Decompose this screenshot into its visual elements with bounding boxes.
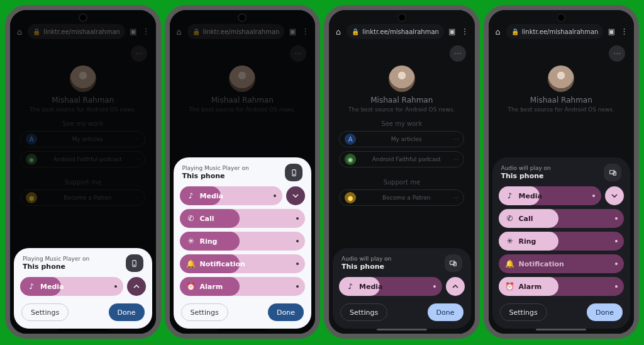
output-device-button[interactable] (445, 254, 462, 272)
url-text: linktr.ee/mishaalrahman (522, 28, 599, 35)
phone-1: ⌂ 🔒linktr.ee/mishaalrahman ▣ ⋮ ⋯ Mishaal… (5, 5, 161, 339)
kebab-icon[interactable]: ⋯ (453, 156, 458, 162)
music-note-icon: ♪ (505, 191, 515, 200)
nav-bar[interactable] (217, 329, 267, 331)
panel-context: Audio will play on (341, 256, 445, 263)
camera-notch (557, 13, 565, 22)
kebab-icon[interactable]: ⋯ (134, 156, 140, 162)
notification-slider[interactable]: 🔔Notification (180, 254, 306, 273)
done-button[interactable]: Done (109, 303, 145, 321)
ring-icon: ✳ (186, 237, 196, 246)
lock-icon: 🔒 (511, 28, 519, 35)
url-text: linktr.ee/mishaalrahman (362, 28, 439, 35)
output-device-button[interactable] (285, 164, 303, 181)
settings-button[interactable]: Settings (181, 303, 228, 321)
output-device-button[interactable] (126, 254, 143, 272)
collapse-button[interactable] (286, 186, 305, 205)
chip-icon: ◉ (345, 154, 356, 165)
ring-slider[interactable]: ✳Ring (180, 232, 306, 251)
media-slider[interactable]: ♪ Media (20, 277, 123, 296)
home-icon[interactable]: ⌂ (334, 26, 343, 37)
output-device-button[interactable] (604, 164, 621, 181)
lock-icon: 🔒 (352, 28, 359, 35)
section-header-support: Support me (64, 179, 101, 186)
link-articles[interactable]: AMy articles⋯ (339, 131, 464, 147)
done-button[interactable]: Done (428, 303, 464, 321)
profile-name: Mishaal Rahman (211, 96, 274, 105)
avatar (229, 65, 255, 92)
settings-button[interactable]: Settings (21, 303, 69, 321)
call-slider[interactable]: ✆Call (499, 209, 625, 228)
music-note-icon: ♪ (186, 191, 196, 200)
address-bar[interactable]: ⌂ 🔒linktr.ee/mishaalrahman ▣ ⋮ (10, 24, 156, 39)
tabs-icon[interactable]: ▣ (448, 27, 457, 36)
panel-header: Audio will play on This phone (339, 254, 465, 272)
expand-button[interactable] (446, 277, 465, 296)
address-bar[interactable]: ⌂ 🔒linktr.ee/mishaalrahman ▣ ⋮ (170, 24, 316, 39)
bell-icon: 🔔 (186, 259, 196, 268)
overflow-icon[interactable]: ⋮ (460, 27, 469, 36)
phone-icon: ✆ (186, 214, 196, 223)
alarm-slider[interactable]: ⏰Alarm (499, 277, 625, 296)
profile-tagline: The best source for Android OS news. (30, 106, 136, 113)
tabs-icon[interactable]: ▣ (607, 27, 616, 36)
link-podcast[interactable]: ◉Android Faithful podcast⋯ (339, 151, 464, 167)
done-button[interactable]: Done (587, 303, 623, 321)
media-slider[interactable]: ♪Media (499, 186, 602, 205)
ring-slider[interactable]: ✳Ring (499, 232, 625, 251)
volume-panel-dark-expanded: Audio will play on This phone ♪Media ✆Ca… (492, 157, 631, 329)
settings-button[interactable]: Settings (340, 303, 387, 321)
chip-icon: ● (26, 192, 37, 203)
page-more-button[interactable]: ⋯ (131, 45, 147, 62)
panel-context: Playing Music Player on (23, 256, 126, 263)
page-more-button[interactable]: ⋯ (450, 45, 466, 62)
alarm-slider[interactable]: ⏰Alarm (180, 277, 306, 296)
volume-panel-light-collapsed: Playing Music Player on This phone ♪ Med… (14, 248, 152, 329)
panel-context: Audio will play on (501, 165, 604, 172)
panel-footer: Settings Done (499, 303, 625, 321)
overflow-icon[interactable]: ⋮ (142, 27, 150, 36)
home-icon[interactable]: ⌂ (15, 26, 24, 37)
link-podcast[interactable]: ◉Android Faithful podcast⋯ (20, 151, 145, 167)
panel-header: Playing Music Player on This phone (180, 164, 306, 181)
page-more-button[interactable]: ⋯ (609, 45, 625, 62)
call-slider[interactable]: ✆Call (180, 209, 306, 228)
page-more-button[interactable]: ⋯ (290, 45, 306, 62)
camera-notch (79, 13, 87, 22)
expand-button[interactable] (127, 277, 146, 296)
media-slider[interactable]: ♪Media (180, 186, 283, 205)
kebab-icon[interactable]: ⋯ (453, 136, 458, 142)
nav-bar[interactable] (377, 329, 427, 331)
svg-rect-4 (450, 261, 455, 264)
done-button[interactable]: Done (268, 303, 304, 321)
tabs-icon[interactable]: ▣ (288, 27, 297, 36)
home-icon[interactable]: ⌂ (494, 26, 502, 37)
collapse-button[interactable] (605, 186, 624, 205)
profile-name: Mishaal Rahman (52, 96, 114, 105)
camera-notch (238, 13, 247, 22)
profile-tagline: The best source for Android OS news. (348, 106, 455, 113)
kebab-icon[interactable]: ⋯ (134, 136, 140, 142)
kebab-icon[interactable]: ⋯ (134, 195, 140, 201)
home-icon[interactable]: ⌂ (175, 26, 184, 37)
lock-icon: 🔒 (33, 28, 40, 35)
overflow-icon[interactable]: ⋮ (620, 27, 629, 36)
camera-notch (397, 13, 406, 22)
address-bar[interactable]: ⌂ 🔒linktr.ee/mishaalrahman ▣ ⋮ (329, 24, 475, 39)
tabs-icon[interactable]: ▣ (129, 27, 138, 36)
nav-bar[interactable] (536, 329, 586, 331)
link-patron[interactable]: ●Become a Patron⋯ (339, 189, 464, 206)
link-patron[interactable]: ●Become a Patron⋯ (20, 189, 145, 206)
chip-icon: ● (345, 192, 356, 203)
settings-button[interactable]: Settings (500, 303, 547, 321)
phone-icon: ✆ (505, 214, 515, 223)
nav-bar[interactable] (58, 329, 108, 331)
media-slider[interactable]: ♪ Media (339, 277, 442, 296)
link-articles[interactable]: AMy articles⋯ (20, 131, 145, 147)
profile-tagline: The best source for Android OS news. (508, 106, 614, 113)
notification-slider[interactable]: 🔔Notification (499, 254, 625, 273)
overflow-icon[interactable]: ⋮ (301, 27, 310, 36)
kebab-icon[interactable]: ⋯ (453, 195, 458, 201)
address-bar[interactable]: ⌂ 🔒linktr.ee/mishaalrahman ▣ ⋮ (489, 24, 635, 39)
svg-rect-6 (609, 170, 614, 173)
